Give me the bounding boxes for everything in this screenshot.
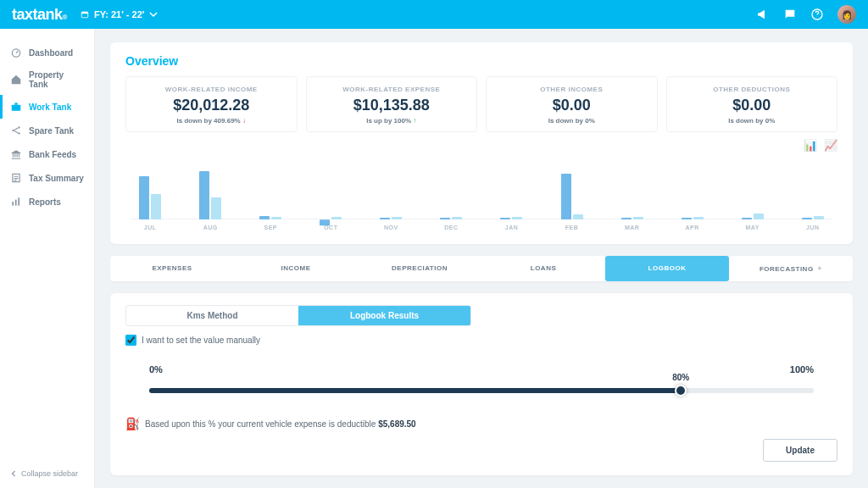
bar-income	[621, 218, 632, 219]
stat-value: $10,135.88	[314, 97, 470, 114]
collapse-sidebar[interactable]: Collapse sidebar	[0, 463, 94, 488]
overview-chart	[125, 152, 837, 219]
bar-group	[733, 152, 772, 219]
bar-income	[802, 218, 812, 219]
stat-card: OTHER DEDUCTIONS $0.00 Is down by 0%	[666, 76, 838, 132]
sidebar-item-spare[interactable]: Spare Tank	[0, 119, 94, 142]
x-tick: MAY	[733, 225, 772, 230]
sidebar-item-label: Tax Summary	[29, 174, 84, 183]
tab-income[interactable]: INCOME	[234, 256, 358, 281]
sidebar-item-label: Work Tank	[29, 103, 71, 112]
x-tick: MAR	[613, 225, 652, 230]
bar-group	[131, 152, 170, 219]
svg-rect-11	[18, 197, 19, 205]
stat-card: OTHER INCOMES $0.00 Is down by 0%	[486, 76, 658, 132]
stat-value: $0.00	[674, 97, 831, 114]
sidebar-item-reports[interactable]: Reports	[0, 190, 94, 214]
slider-thumb[interactable]	[675, 385, 687, 396]
bar-expense	[271, 217, 281, 219]
svg-rect-9	[12, 202, 14, 206]
tab-forecasting[interactable]: FORECASTING +	[729, 256, 853, 281]
deduct-amount: $5,689.50	[378, 419, 416, 429]
subtabs: Kms Method Logbook Results	[125, 305, 471, 326]
bar-income	[742, 218, 752, 219]
briefcase-icon	[10, 101, 22, 113]
bar-expense	[512, 217, 522, 219]
bar-expense	[452, 217, 462, 219]
x-tick: APR	[673, 225, 712, 230]
x-tick: NOV	[371, 225, 410, 230]
update-button[interactable]: Update	[763, 439, 837, 462]
bar-income	[561, 174, 571, 219]
x-tick: JUN	[793, 225, 832, 230]
stat-card: WORK-RELATED INCOME $20,012.28 Is down b…	[125, 76, 298, 132]
fy-selector[interactable]: FY: 21' - 22'	[81, 9, 158, 19]
svg-point-7	[18, 132, 19, 134]
tabs: EXPENSES INCOME DEPRECIATION LOANS LOGBO…	[110, 256, 853, 281]
bar-group	[191, 152, 230, 219]
collapse-label: Collapse sidebar	[21, 469, 78, 478]
bar-income	[320, 219, 330, 225]
bar-expense	[633, 217, 643, 219]
bar-expense	[331, 217, 342, 219]
tab-depreciation[interactable]: DEPRECIATION	[358, 256, 481, 281]
tab-expenses[interactable]: EXPENSES	[110, 256, 234, 281]
svg-rect-1	[81, 12, 88, 14]
bar-group	[793, 152, 832, 219]
deduct-text: Based upon this % your current vehicle e…	[145, 419, 378, 429]
bar-income	[500, 218, 510, 219]
subtab-kms[interactable]: Kms Method	[126, 306, 298, 325]
chat-icon[interactable]	[783, 8, 797, 21]
fuel-icon: ⛽	[125, 417, 140, 430]
tab-loans[interactable]: LOANS	[481, 256, 605, 281]
sidebar-item-bank[interactable]: Bank Feeds	[0, 142, 94, 166]
bar-group	[311, 152, 350, 219]
stat-label: WORK-RELATED EXPENSE	[314, 86, 470, 93]
top-bar: taxtank® FY: 21' - 22' 👩	[0, 0, 868, 29]
fy-label: FY: 21' - 22'	[94, 9, 144, 19]
x-tick: OCT	[311, 225, 350, 230]
x-tick: JAN	[492, 225, 531, 230]
bar-expense	[573, 214, 583, 219]
overview-title: Overview	[125, 54, 837, 68]
line-chart-icon[interactable]: 📈	[824, 139, 837, 152]
slider-max: 100%	[790, 364, 814, 374]
sidebar-item-dashboard[interactable]: Dashboard	[0, 41, 94, 64]
share-icon	[10, 125, 22, 136]
svg-rect-4	[12, 105, 21, 111]
bar-income	[380, 218, 390, 219]
bar-chart-icon[interactable]: 📊	[804, 139, 817, 152]
chart-x-axis: JULAUGSEPOCTNOVDECJANFEBMARAPRMAYJUN	[125, 219, 837, 230]
bank-icon	[10, 148, 22, 160]
sidebar: Dashboard Property Tank Work Tank Spare …	[0, 29, 95, 488]
tab-logbook[interactable]: LOGBOOK	[605, 256, 729, 281]
chevron-left-icon	[10, 470, 17, 477]
bar-group	[613, 152, 652, 219]
bar-expense	[693, 217, 704, 219]
subtab-results[interactable]: Logbook Results	[298, 306, 470, 325]
manual-checkbox-row[interactable]: I want to set the value manually	[125, 335, 837, 346]
stat-label: OTHER INCOMES	[493, 86, 650, 93]
sidebar-item-property[interactable]: Property Tank	[0, 64, 94, 95]
bar-income	[682, 218, 692, 219]
sidebar-item-label: Bank Feeds	[29, 150, 76, 159]
stat-value: $20,012.28	[133, 97, 290, 114]
sidebar-item-work[interactable]: Work Tank	[0, 95, 94, 119]
bar-group	[492, 152, 531, 219]
manual-checkbox[interactable]	[125, 335, 136, 346]
reports-icon	[10, 196, 22, 208]
x-tick: DEC	[431, 225, 470, 230]
sidebar-item-label: Spare Tank	[29, 126, 74, 136]
pct-slider[interactable]: 80%	[149, 388, 814, 393]
manual-label: I want to set the value manually	[142, 336, 260, 345]
stat-change: Is down by 0%	[493, 117, 650, 125]
logo: taxtank®	[12, 6, 67, 24]
stat-label: OTHER DEDUCTIONS	[674, 86, 831, 93]
help-icon[interactable]	[810, 8, 824, 21]
svg-point-5	[12, 130, 14, 131]
announce-icon[interactable]	[756, 8, 770, 21]
sidebar-item-label: Property Tank	[29, 70, 84, 89]
sidebar-item-tax[interactable]: Tax Summary	[0, 166, 94, 190]
stat-change: Is up by 100% ↑	[314, 117, 470, 125]
avatar[interactable]: 👩	[837, 5, 856, 24]
